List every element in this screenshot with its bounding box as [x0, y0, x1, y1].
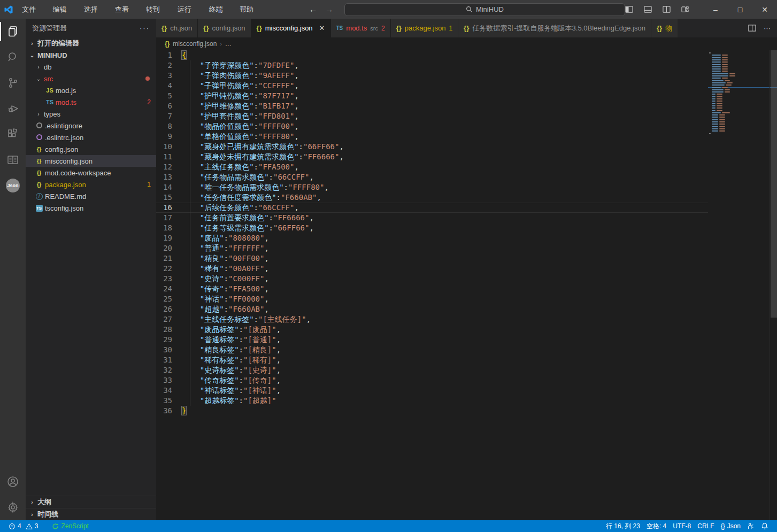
- code-line-23[interactable]: 23 "史诗":"C000FF",: [156, 274, 708, 284]
- split-editor-icon[interactable]: [748, 24, 756, 32]
- outline-section[interactable]: › 大纲: [26, 496, 156, 508]
- code-line-21[interactable]: 21 "精良":"00FF00",: [156, 253, 708, 264]
- menu-item[interactable]: 运行(R): [173, 0, 204, 19]
- maximize-button[interactable]: □: [728, 0, 752, 19]
- tree-item-.eslintrc.json[interactable]: .eslintrc.json: [26, 132, 156, 143]
- search-view-icon[interactable]: [0, 44, 26, 70]
- code-line-26[interactable]: 26 "超越":"F660AB",: [156, 304, 708, 314]
- code-line-36[interactable]: 36}: [156, 406, 708, 416]
- code-line-20[interactable]: 20 "普通":"FFFFFF",: [156, 243, 708, 253]
- toggle-panel-icon[interactable]: [644, 5, 652, 13]
- minimap[interactable]: [708, 50, 770, 520]
- encoding-status[interactable]: UTF-8: [670, 520, 694, 532]
- code-line-25[interactable]: 25 "神话":"FF0000",: [156, 294, 708, 304]
- tree-item-mod.code-workspace[interactable]: {}mod.code-workspace: [26, 167, 156, 179]
- minimize-button[interactable]: –: [703, 0, 728, 19]
- tab-config.json[interactable]: {}config.json: [198, 19, 251, 37]
- open-editors-section[interactable]: › 打开的编辑器: [26, 37, 156, 49]
- code-line-8[interactable]: 8 "物品价值颜色":"FFFF00",: [156, 121, 708, 132]
- code-line-1[interactable]: 1{: [156, 50, 708, 60]
- run-debug-icon[interactable]: [0, 96, 26, 121]
- workspace-root-section[interactable]: ⌄ MINIHUD: [26, 49, 156, 61]
- tree-item-src[interactable]: ⌄src: [26, 73, 156, 84]
- menu-item[interactable]: 帮助(H): [235, 0, 266, 19]
- reader-view-icon[interactable]: [0, 147, 26, 173]
- nav-back-icon[interactable]: ←: [309, 5, 318, 14]
- account-icon[interactable]: [0, 469, 26, 495]
- code-line-6[interactable]: 6 "护甲维修颜色":"B1FB17",: [156, 101, 708, 111]
- code-line-27[interactable]: 27 "主线任务标签":"[主线任务]",: [156, 314, 708, 325]
- code-line-22[interactable]: 22 "稀有":"00A0FF",: [156, 264, 708, 274]
- scrollbar-thumb[interactable]: [771, 50, 777, 318]
- menu-item[interactable]: 转到(G): [141, 0, 173, 19]
- tab-物[interactable]: {}物: [651, 19, 678, 37]
- toggle-sidebar-icon[interactable]: [625, 5, 633, 13]
- notifications-bell-icon[interactable]: [758, 520, 772, 532]
- indentation-status[interactable]: 空格: 4: [643, 520, 670, 532]
- tree-item-config.json[interactable]: {}config.json: [26, 143, 156, 155]
- zenscript-status[interactable]: ZenScript: [49, 520, 91, 532]
- feedback-icon[interactable]: [744, 520, 758, 532]
- eol-status[interactable]: CRLF: [694, 520, 717, 532]
- tab-package.json[interactable]: {}package.json1: [391, 19, 458, 37]
- code-line-32[interactable]: 32 "史诗标签":"[史诗]",: [156, 365, 708, 375]
- code-line-24[interactable]: 24 "传奇":"FFA500",: [156, 284, 708, 294]
- code-line-11[interactable]: 11 "藏身处未拥有建筑需求颜色":"FF6666",: [156, 152, 708, 162]
- code-line-29[interactable]: 29 "普通标签":"[普通]",: [156, 335, 708, 345]
- menu-item[interactable]: 终端(T): [204, 0, 235, 19]
- code-line-9[interactable]: 9 "单格价值颜色":"FFFF80",: [156, 132, 708, 142]
- code-line-5[interactable]: 5 "护甲钝伤颜色":"87F717",: [156, 91, 708, 101]
- code-line-30[interactable]: 30 "精良标签":"[精良]",: [156, 345, 708, 355]
- code-line-19[interactable]: 19 "废品":"808080",: [156, 233, 708, 243]
- tree-item-mod.ts[interactable]: TSmod.ts2: [26, 96, 156, 108]
- menu-item[interactable]: 查看(V): [110, 0, 141, 19]
- code-line-14[interactable]: 14 "唯一任务物品需求颜色":"FFFF80",: [156, 182, 708, 192]
- code-line-17[interactable]: 17 "任务前置要求颜色":"FF6666",: [156, 213, 708, 223]
- breadcrumb[interactable]: {} miscconfig.json › …: [156, 37, 777, 50]
- code-line-33[interactable]: 33 "传奇标签":"[传奇]",: [156, 375, 708, 385]
- tab-任务数据索引-提取自服务端版本3.5.0[interactable]: {}任务数据索引-提取自服务端版本3.5.0BleedingEdge.json: [458, 19, 651, 37]
- breadcrumb-file[interactable]: miscconfig.json: [173, 40, 217, 48]
- toggle-secondary-sidebar-icon[interactable]: [663, 5, 671, 13]
- code-editor[interactable]: 1{2 "子弹穿深颜色":"7DFDFE",3 "子弹肉伤颜色":"9AFEFF…: [156, 50, 777, 520]
- code-line-16[interactable]: 16 "后续任务颜色":"66CCFF",: [156, 203, 708, 213]
- code-line-13[interactable]: 13 "任务物品需求颜色":"66CCFF",: [156, 172, 708, 182]
- code-line-4[interactable]: 4 "子弹甲伤颜色":"CCFFFF",: [156, 81, 708, 91]
- json-tool-icon[interactable]: Json: [0, 173, 26, 198]
- code-line-15[interactable]: 15 "任务信任度需求颜色":"F660AB",: [156, 192, 708, 203]
- tree-item-mod.js[interactable]: JSmod.js: [26, 84, 156, 96]
- code-line-18[interactable]: 18 "任务等级需求颜色":"66FF66",: [156, 223, 708, 233]
- tab-miscconfig.json[interactable]: {}miscconfig.json✕: [251, 19, 331, 37]
- tree-item-types[interactable]: ›types: [26, 108, 156, 120]
- code-line-35[interactable]: 35 "超越标签":"[超越]": [156, 396, 708, 406]
- explorer-icon[interactable]: [0, 19, 26, 44]
- tree-item-package.json[interactable]: {}package.json1: [26, 179, 156, 190]
- source-control-icon[interactable]: [0, 70, 26, 96]
- menu-item[interactable]: 文件(F): [17, 0, 48, 19]
- code-line-28[interactable]: 28 "废品标签":"[废品]",: [156, 325, 708, 335]
- timeline-section[interactable]: › 时间线: [26, 508, 156, 520]
- customize-layout-icon[interactable]: [681, 5, 689, 13]
- tree-item-tsconfig.json[interactable]: TStsconfig.json: [26, 202, 156, 214]
- more-actions-icon[interactable]: ···: [764, 24, 771, 32]
- tree-item-.eslintignore[interactable]: .eslintignore: [26, 120, 156, 132]
- close-button[interactable]: ✕: [752, 0, 777, 19]
- menu-item[interactable]: 编辑(E): [48, 0, 79, 19]
- code-line-12[interactable]: 12 "主线任务颜色":"FFA500",: [156, 162, 708, 172]
- problems-status[interactable]: 4 3: [5, 520, 41, 532]
- command-center-search[interactable]: MiniHUD: [344, 3, 625, 16]
- editor-scrollbar[interactable]: [770, 50, 777, 520]
- breadcrumb-rest[interactable]: …: [225, 40, 232, 48]
- tab-ch.json[interactable]: {}ch.json: [156, 19, 198, 37]
- menu-item[interactable]: 选择(S): [79, 0, 110, 19]
- settings-gear-icon[interactable]: [0, 495, 26, 520]
- code-line-10[interactable]: 10 "藏身处已拥有建筑需求颜色":"66FF66",: [156, 142, 708, 152]
- tree-item-db[interactable]: ›db: [26, 61, 156, 73]
- tree-item-miscconfig.json[interactable]: {}miscconfig.json: [26, 155, 156, 167]
- language-mode[interactable]: {} Json: [718, 520, 744, 532]
- tree-item-README.md[interactable]: iREADME.md: [26, 190, 156, 202]
- tab-mod.ts[interactable]: TSmod.tssrc2: [331, 19, 391, 37]
- code-line-34[interactable]: 34 "神话标签":"[神话]",: [156, 385, 708, 396]
- code-line-7[interactable]: 7 "护甲套件颜色":"FFD801",: [156, 111, 708, 121]
- tab-close-icon[interactable]: ✕: [319, 24, 325, 32]
